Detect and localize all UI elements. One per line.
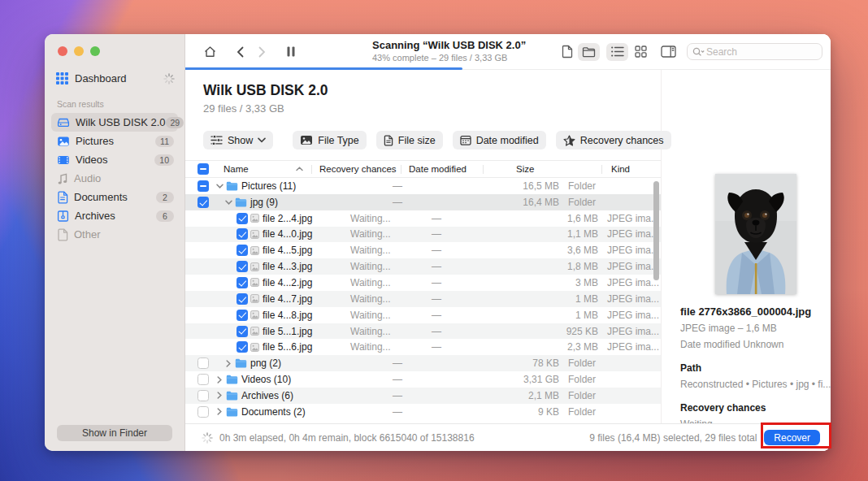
- file-browser: Wilk USB DISK 2.0 29 files / 3,33 GB Sho…: [185, 70, 661, 423]
- table-row-file-5-1-jpg[interactable]: file 5...1.jpgWaiting...—925 KBJPEG ima.…: [185, 323, 661, 340]
- row-recovery-chances: Waiting...: [350, 293, 432, 305]
- row-size: 3,31 GB: [474, 374, 559, 385]
- column-header-date-modified[interactable]: Date modified: [401, 164, 483, 174]
- pause-scan-button[interactable]: [287, 46, 295, 57]
- row-date-modified: —: [432, 228, 513, 240]
- row-checkbox[interactable]: [237, 326, 248, 337]
- minimize-window-button[interactable]: [74, 46, 84, 56]
- sidebar-item-other[interactable]: Other: [51, 225, 178, 244]
- search-field[interactable]: [687, 43, 822, 60]
- row-checkbox[interactable]: [197, 374, 209, 385]
- row-checkbox[interactable]: [237, 245, 248, 256]
- column-header-name[interactable]: Name: [209, 164, 311, 174]
- column-header-kind[interactable]: Kind: [602, 164, 661, 174]
- filter-chip-recovery-chances[interactable]: Recovery chances: [556, 131, 671, 150]
- disclosure-right-icon[interactable]: [215, 376, 224, 384]
- sidebar-item-audio[interactable]: Audio: [51, 169, 178, 188]
- row-date-modified: —: [393, 406, 474, 418]
- sidebar-item-pictures[interactable]: Pictures11: [51, 132, 178, 150]
- disclosure-right-icon[interactable]: [224, 360, 232, 367]
- preview-path-value: Reconstructed • Pictures • jpg • fi...: [680, 379, 831, 390]
- table-row-pictures-11-[interactable]: Pictures (11)—16,5 MBFolder: [185, 178, 661, 194]
- table-row-file-4-7-jpg[interactable]: file 4...7.jpgWaiting...—1 MBJPEG ima...: [185, 291, 661, 307]
- table-row-file-4-2-jpg[interactable]: file 4...2.jpgWaiting...—3 MBJPEG ima...: [185, 275, 661, 291]
- status-bar: 0h 3m elapsed, 0h 4m remain, block 66150…: [185, 423, 831, 451]
- row-kind: JPEG ima...: [598, 261, 661, 272]
- filter-chip-label: Recovery chances: [580, 135, 664, 146]
- select-all-checkbox[interactable]: [197, 163, 209, 175]
- search-input[interactable]: [705, 46, 817, 58]
- zoom-window-button[interactable]: [90, 46, 100, 56]
- table-row-file-4-0-jpg[interactable]: file 4...0.jpgWaiting...—1,1 MBJPEG ima.…: [185, 227, 661, 243]
- show-in-finder-button[interactable]: Show in Finder: [57, 425, 172, 441]
- row-checkbox[interactable]: [237, 228, 248, 240]
- close-window-button[interactable]: [58, 46, 67, 56]
- filter-chip-show[interactable]: Show: [203, 131, 273, 150]
- app-window: Dashboard Scan results Wilk USB DISK 2.0…: [45, 34, 831, 451]
- row-kind: Folder: [559, 197, 661, 208]
- row-kind: JPEG ima...: [598, 277, 661, 288]
- row-checkbox[interactable]: [237, 261, 248, 272]
- filter-chip-file-type[interactable]: File Type: [293, 131, 367, 150]
- table-row-file-4-8-jpg[interactable]: file 4...8.jpgWaiting...—1 MBJPEG ima...: [185, 307, 661, 323]
- home-button[interactable]: [203, 46, 217, 58]
- table-row-archives-6-[interactable]: Archives (6)—2,1 MBFolder: [185, 388, 661, 404]
- sidebar-item-label: Pictures: [76, 135, 114, 147]
- filter-bar: ShowFile TypeFile sizeDate modifiedRecov…: [203, 131, 661, 150]
- row-checkbox[interactable]: [237, 293, 248, 305]
- table-row-file-2-4-jpg[interactable]: file 2...4.jpgWaiting...—1,6 MBJPEG ima.…: [185, 210, 661, 227]
- other-icon: [57, 228, 68, 241]
- table-header: Name Recovery chances Date modified Size…: [185, 160, 661, 178]
- sidebar-item-archives[interactable]: Archives6: [51, 206, 178, 225]
- toggle-preview-panel-button[interactable]: [661, 46, 676, 58]
- table-row-png-2-[interactable]: png (2)—78 KBFolder: [185, 355, 661, 371]
- file-view-button[interactable]: [562, 45, 573, 58]
- forward-button[interactable]: [258, 46, 266, 58]
- table-row-videos-10-[interactable]: Videos (10)—3,31 GBFolder: [185, 371, 661, 388]
- preview-date-modified: Date modified Unknown: [680, 339, 831, 350]
- row-checkbox[interactable]: [197, 406, 209, 418]
- column-header-recovery-chances[interactable]: Recovery chances: [312, 164, 401, 174]
- row-checkbox[interactable]: [197, 180, 209, 192]
- table-row-jpg-9-[interactable]: jpg (9)—16,4 MBFolder: [185, 194, 661, 210]
- desktop: Dashboard Scan results Wilk USB DISK 2.0…: [0, 0, 868, 481]
- column-header-size[interactable]: Size: [484, 164, 569, 174]
- folder-view-button[interactable]: [578, 43, 600, 61]
- sidebar-item-documents[interactable]: Documents2: [51, 188, 178, 206]
- preview-file-name: file 2776x3866_000004.jpg: [680, 306, 831, 318]
- sidebar-item-wilk-usb-disk-2-0[interactable]: Wilk USB DISK 2.029: [51, 113, 178, 132]
- row-date-modified: —: [432, 310, 513, 321]
- back-button[interactable]: [237, 46, 244, 58]
- row-size: 2,3 MB: [513, 341, 598, 353]
- table-row-file-4-5-jpg[interactable]: file 4...5.jpgWaiting...—3,6 MBJPEG ima.…: [185, 242, 661, 258]
- row-checkbox[interactable]: [237, 310, 248, 321]
- list-view-button[interactable]: [606, 43, 628, 61]
- row-date-modified: —: [432, 293, 513, 305]
- row-checkbox[interactable]: [237, 277, 248, 288]
- row-checkbox[interactable]: [197, 358, 209, 369]
- row-checkbox[interactable]: [197, 197, 209, 208]
- disclosure-right-icon[interactable]: [215, 392, 224, 399]
- table-row-file-5-6-jpg[interactable]: file 5...6.jpgWaiting...—2,3 MBJPEG ima.…: [185, 339, 661, 355]
- sidebar-item-label: Other: [74, 228, 101, 240]
- disclosure-right-icon[interactable]: [215, 408, 224, 415]
- audio-icon: [57, 172, 68, 185]
- disclosure-down-icon[interactable]: [224, 200, 232, 205]
- filter-chip-date-modified[interactable]: Date modified: [453, 131, 546, 150]
- sidebar-item-dashboard[interactable]: Dashboard: [56, 72, 176, 84]
- row-checkbox[interactable]: [197, 390, 209, 401]
- grid-view-button[interactable]: [635, 46, 647, 58]
- table-row-documents-2-[interactable]: Documents (2)—9 KBFolder: [185, 404, 661, 420]
- vertical-scrollbar[interactable]: [653, 181, 659, 280]
- row-checkbox[interactable]: [237, 341, 248, 353]
- table-row-file-4-3-jpg[interactable]: file 4...3.jpgWaiting...—1,8 MBJPEG ima.…: [185, 258, 661, 275]
- archives-icon: [57, 210, 69, 223]
- disclosure-down-icon[interactable]: [215, 184, 224, 188]
- sidebar-item-videos[interactable]: Videos10: [51, 150, 178, 169]
- row-size: 16,4 MB: [474, 197, 559, 208]
- filter-chip-file-size[interactable]: File size: [376, 131, 443, 150]
- row-date-modified: —: [432, 245, 513, 256]
- row-name: file 5...6.jpg: [263, 341, 312, 353]
- row-checkbox[interactable]: [237, 213, 248, 224]
- row-name: file 2...4.jpg: [263, 213, 312, 224]
